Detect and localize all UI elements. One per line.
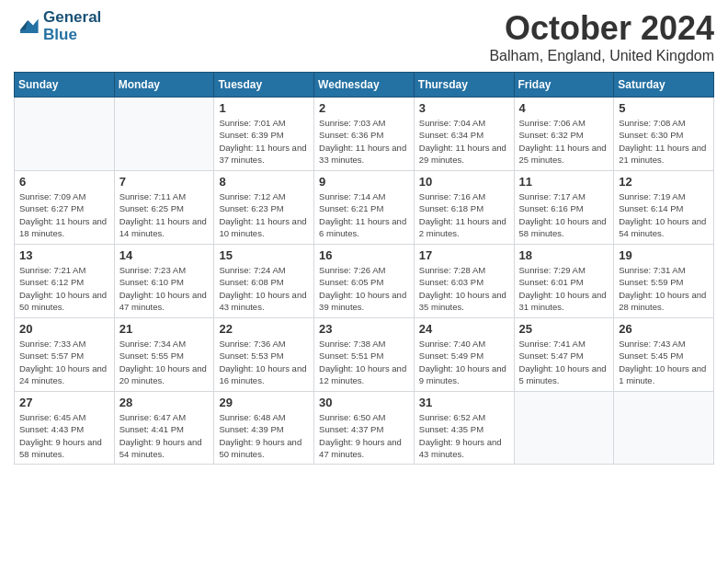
- day-number: 25: [519, 322, 609, 336]
- calendar-cell: 24Sunrise: 7:40 AM Sunset: 5:49 PM Dayli…: [414, 318, 514, 392]
- calendar-cell: 20Sunrise: 7:33 AM Sunset: 5:57 PM Dayli…: [15, 318, 115, 392]
- calendar-cell: 5Sunrise: 7:08 AM Sunset: 6:30 PM Daylig…: [614, 98, 714, 171]
- logo-text: General Blue: [43, 9, 101, 43]
- calendar-cell: 3Sunrise: 7:04 AM Sunset: 6:34 PM Daylig…: [414, 98, 514, 171]
- weekday-header-friday: Friday: [514, 73, 614, 98]
- calendar-cell: 9Sunrise: 7:14 AM Sunset: 6:21 PM Daylig…: [314, 171, 415, 245]
- calendar-week-4: 20Sunrise: 7:33 AM Sunset: 5:57 PM Dayli…: [15, 318, 714, 392]
- calendar-cell: 23Sunrise: 7:38 AM Sunset: 5:51 PM Dayli…: [314, 318, 415, 392]
- day-number: 19: [619, 248, 709, 262]
- day-detail: Sunrise: 7:34 AM Sunset: 5:55 PM Dayligh…: [119, 338, 210, 386]
- calendar-cell: 16Sunrise: 7:26 AM Sunset: 6:05 PM Dayli…: [314, 245, 415, 318]
- calendar-table: SundayMondayTuesdayWednesdayThursdayFrid…: [14, 72, 714, 465]
- day-detail: Sunrise: 6:50 AM Sunset: 4:37 PM Dayligh…: [319, 411, 409, 460]
- day-number: 20: [19, 322, 109, 336]
- day-number: 10: [419, 175, 509, 189]
- month-title: October 2024: [489, 9, 714, 48]
- day-detail: Sunrise: 6:48 AM Sunset: 4:39 PM Dayligh…: [219, 411, 309, 460]
- title-block: October 2024 Balham, England, United Kin…: [489, 9, 714, 64]
- day-detail: Sunrise: 7:16 AM Sunset: 6:18 PM Dayligh…: [419, 190, 509, 239]
- calendar-cell: 18Sunrise: 7:29 AM Sunset: 6:01 PM Dayli…: [514, 245, 614, 318]
- day-detail: Sunrise: 7:28 AM Sunset: 6:03 PM Dayligh…: [419, 264, 509, 313]
- day-detail: Sunrise: 7:12 AM Sunset: 6:23 PM Dayligh…: [219, 190, 309, 239]
- calendar-cell: 6Sunrise: 7:09 AM Sunset: 6:27 PM Daylig…: [15, 171, 115, 245]
- calendar-cell: 1Sunrise: 7:01 AM Sunset: 6:39 PM Daylig…: [214, 98, 314, 171]
- day-number: 28: [119, 396, 210, 409]
- day-detail: Sunrise: 6:45 AM Sunset: 4:43 PM Dayligh…: [19, 411, 109, 460]
- calendar-cell: 13Sunrise: 7:21 AM Sunset: 6:12 PM Dayli…: [15, 245, 115, 318]
- day-number: 5: [619, 101, 709, 115]
- day-detail: Sunrise: 7:33 AM Sunset: 5:57 PM Dayligh…: [19, 338, 109, 386]
- day-detail: Sunrise: 6:52 AM Sunset: 4:35 PM Dayligh…: [419, 411, 509, 460]
- day-number: 29: [219, 396, 309, 409]
- calendar-cell: 2Sunrise: 7:03 AM Sunset: 6:36 PM Daylig…: [314, 98, 415, 171]
- day-detail: Sunrise: 7:29 AM Sunset: 6:01 PM Dayligh…: [519, 264, 609, 313]
- weekday-header-sunday: Sunday: [15, 73, 115, 98]
- calendar-cell: [114, 98, 214, 171]
- day-number: 9: [319, 175, 409, 189]
- day-number: 18: [519, 248, 609, 262]
- day-detail: Sunrise: 7:21 AM Sunset: 6:12 PM Dayligh…: [19, 264, 109, 313]
- calendar-cell: 14Sunrise: 7:23 AM Sunset: 6:10 PM Dayli…: [114, 245, 214, 318]
- day-number: 8: [219, 175, 309, 189]
- weekday-header-row: SundayMondayTuesdayWednesdayThursdayFrid…: [15, 73, 714, 98]
- calendar-week-3: 13Sunrise: 7:21 AM Sunset: 6:12 PM Dayli…: [15, 245, 714, 318]
- day-detail: Sunrise: 7:23 AM Sunset: 6:10 PM Dayligh…: [119, 264, 210, 313]
- day-number: 12: [619, 175, 709, 189]
- logo-icon: [14, 14, 40, 40]
- calendar-cell: 31Sunrise: 6:52 AM Sunset: 4:35 PM Dayli…: [414, 392, 514, 465]
- calendar-cell: [614, 392, 714, 465]
- day-number: 30: [319, 396, 409, 409]
- calendar-cell: 21Sunrise: 7:34 AM Sunset: 5:55 PM Dayli…: [114, 318, 214, 392]
- day-number: 27: [19, 396, 109, 409]
- day-detail: Sunrise: 7:43 AM Sunset: 5:45 PM Dayligh…: [619, 338, 709, 386]
- day-number: 13: [19, 248, 109, 262]
- weekday-header-tuesday: Tuesday: [214, 73, 314, 98]
- day-number: 21: [119, 322, 210, 336]
- day-number: 2: [319, 101, 409, 115]
- day-number: 31: [419, 396, 509, 409]
- calendar-cell: 8Sunrise: 7:12 AM Sunset: 6:23 PM Daylig…: [214, 171, 314, 245]
- day-number: 15: [219, 248, 309, 262]
- day-detail: Sunrise: 7:19 AM Sunset: 6:14 PM Dayligh…: [619, 190, 709, 239]
- calendar-cell: 26Sunrise: 7:43 AM Sunset: 5:45 PM Dayli…: [614, 318, 714, 392]
- day-number: 14: [119, 248, 210, 262]
- day-detail: Sunrise: 7:24 AM Sunset: 6:08 PM Dayligh…: [219, 264, 309, 313]
- calendar-week-5: 27Sunrise: 6:45 AM Sunset: 4:43 PM Dayli…: [15, 392, 714, 465]
- day-detail: Sunrise: 7:01 AM Sunset: 6:39 PM Dayligh…: [219, 117, 309, 166]
- day-detail: Sunrise: 7:38 AM Sunset: 5:51 PM Dayligh…: [319, 338, 409, 386]
- day-number: 23: [319, 322, 409, 336]
- day-number: 22: [219, 322, 309, 336]
- day-detail: Sunrise: 7:36 AM Sunset: 5:53 PM Dayligh…: [219, 338, 309, 386]
- calendar-cell: 17Sunrise: 7:28 AM Sunset: 6:03 PM Dayli…: [414, 245, 514, 318]
- day-number: 3: [419, 101, 509, 115]
- calendar-week-2: 6Sunrise: 7:09 AM Sunset: 6:27 PM Daylig…: [15, 171, 714, 245]
- day-number: 7: [119, 175, 210, 189]
- page-header: General Blue October 2024 Balham, Englan…: [14, 9, 714, 64]
- day-detail: Sunrise: 7:26 AM Sunset: 6:05 PM Dayligh…: [319, 264, 409, 313]
- calendar-cell: 27Sunrise: 6:45 AM Sunset: 4:43 PM Dayli…: [15, 392, 115, 465]
- calendar-cell: 28Sunrise: 6:47 AM Sunset: 4:41 PM Dayli…: [114, 392, 214, 465]
- calendar-cell: 22Sunrise: 7:36 AM Sunset: 5:53 PM Dayli…: [214, 318, 314, 392]
- day-detail: Sunrise: 7:31 AM Sunset: 5:59 PM Dayligh…: [619, 264, 709, 313]
- day-detail: Sunrise: 7:14 AM Sunset: 6:21 PM Dayligh…: [319, 190, 409, 239]
- day-number: 16: [319, 248, 409, 262]
- day-number: 11: [519, 175, 609, 189]
- day-detail: Sunrise: 7:03 AM Sunset: 6:36 PM Dayligh…: [319, 117, 409, 166]
- day-number: 4: [519, 101, 609, 115]
- calendar-cell: 12Sunrise: 7:19 AM Sunset: 6:14 PM Dayli…: [614, 171, 714, 245]
- calendar-cell: 30Sunrise: 6:50 AM Sunset: 4:37 PM Dayli…: [314, 392, 415, 465]
- calendar-cell: 7Sunrise: 7:11 AM Sunset: 6:25 PM Daylig…: [114, 171, 214, 245]
- calendar-cell: 10Sunrise: 7:16 AM Sunset: 6:18 PM Dayli…: [414, 171, 514, 245]
- calendar-cell: 15Sunrise: 7:24 AM Sunset: 6:08 PM Dayli…: [214, 245, 314, 318]
- calendar-cell: 11Sunrise: 7:17 AM Sunset: 6:16 PM Dayli…: [514, 171, 614, 245]
- day-number: 24: [419, 322, 509, 336]
- calendar-cell: [15, 98, 115, 171]
- svg-marker-0: [20, 18, 39, 32]
- day-detail: Sunrise: 7:40 AM Sunset: 5:49 PM Dayligh…: [419, 338, 509, 386]
- day-detail: Sunrise: 7:08 AM Sunset: 6:30 PM Dayligh…: [619, 117, 709, 166]
- calendar-cell: 4Sunrise: 7:06 AM Sunset: 6:32 PM Daylig…: [514, 98, 614, 171]
- location: Balham, England, United Kingdom: [489, 48, 714, 64]
- weekday-header-saturday: Saturday: [614, 73, 714, 98]
- day-detail: Sunrise: 7:04 AM Sunset: 6:34 PM Dayligh…: [419, 117, 509, 166]
